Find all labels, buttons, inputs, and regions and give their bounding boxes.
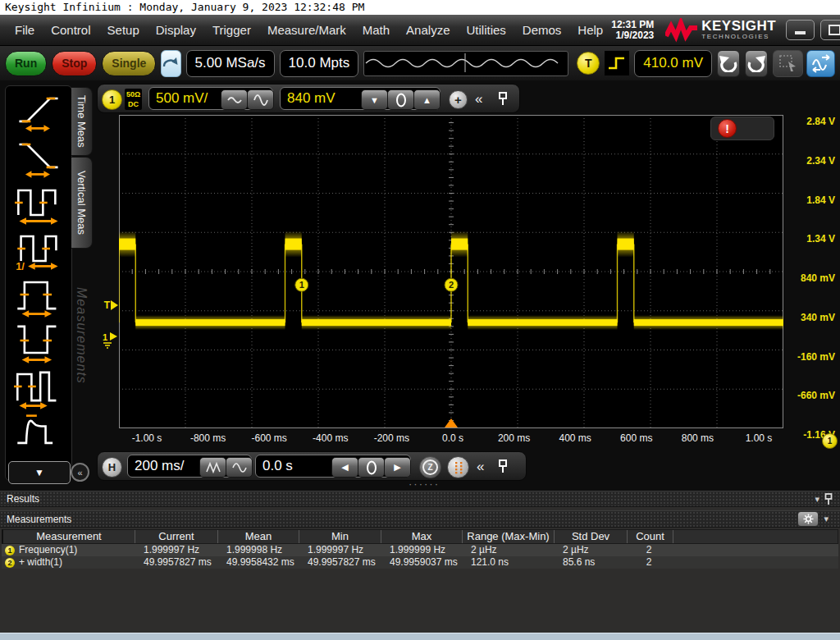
waveform-tools-button[interactable]: [806, 50, 835, 77]
menu-item[interactable]: Setup: [99, 23, 148, 37]
vertical-scale-increase-button[interactable]: [247, 89, 274, 110]
maximize-button[interactable]: [820, 20, 840, 40]
position-zero-button[interactable]: [358, 457, 385, 478]
column-header[interactable]: Max: [381, 530, 463, 543]
pin-icon[interactable]: [824, 493, 833, 505]
clock-date: 1/9/2023: [611, 30, 654, 41]
channel-1-edge-badge[interactable]: 1: [822, 433, 838, 449]
measurements-settings-button[interactable]: [797, 511, 819, 527]
column-header[interactable]: Measurement: [3, 530, 135, 543]
run-button[interactable]: Run: [5, 51, 47, 76]
menu-item[interactable]: File: [7, 23, 43, 37]
undo-button[interactable]: [717, 50, 740, 77]
pin-icon[interactable]: [498, 92, 508, 106]
trigger-badge[interactable]: T: [577, 52, 600, 75]
collapse-channel-bar-button[interactable]: «: [475, 92, 482, 106]
touch-mode-button[interactable]: [161, 50, 180, 77]
column-header[interactable]: Count: [628, 530, 673, 543]
menu-item[interactable]: Control: [43, 23, 98, 37]
zero-icon: [395, 93, 407, 107]
selection-cursor-icon: [778, 54, 798, 72]
panel-collapse-button[interactable]: «: [71, 463, 89, 482]
measurements-collapsed-label[interactable]: Measurements: [74, 287, 89, 384]
single-button[interactable]: Single: [102, 51, 156, 76]
panel-splitter-handle[interactable]: ······: [409, 481, 440, 487]
offset-up-button[interactable]: ▲: [413, 89, 441, 110]
zoom-button[interactable]: Z: [419, 456, 441, 478]
trigger-level-box[interactable]: 410.0 mV: [634, 50, 712, 77]
timebase-slower-button[interactable]: [226, 457, 253, 478]
duty-cycle-icon[interactable]: [14, 363, 63, 409]
menu-item[interactable]: Demos: [514, 23, 570, 37]
menu-item[interactable]: Help: [569, 23, 611, 37]
offset-zero-button[interactable]: [387, 89, 414, 110]
menu-item[interactable]: Trigger: [204, 23, 259, 37]
column-header[interactable]: Mean: [218, 530, 299, 543]
results-header[interactable]: Results ▾: [0, 491, 840, 507]
position-left-button[interactable]: ◀: [331, 457, 358, 478]
vertical-scale-field[interactable]: 500 mV/: [148, 87, 273, 110]
menu-item[interactable]: Measure/Mark: [259, 23, 354, 37]
fall-time-icon[interactable]: [14, 134, 63, 180]
pin-icon[interactable]: [498, 459, 508, 473]
acquisition-error-indicator[interactable]: !: [710, 117, 774, 140]
scope-display[interactable]: 12: [119, 115, 783, 428]
stop-button[interactable]: Stop: [52, 51, 97, 76]
timebase-faster-button[interactable]: [199, 457, 226, 478]
waveform-arrows-icon: [810, 53, 832, 73]
timebase-scale-field[interactable]: 200 ms/: [127, 455, 252, 478]
palette-scroll-down-button[interactable]: ▼: [8, 461, 71, 484]
time-axis-label: 0.0 s: [420, 432, 486, 445]
overshoot-icon[interactable]: [14, 409, 63, 455]
offset-down-button[interactable]: ▼: [361, 89, 388, 110]
period-icon[interactable]: [14, 180, 63, 226]
tab-time-meas[interactable]: Time Meas: [71, 87, 93, 156]
frequency-icon[interactable]: 1/: [14, 226, 63, 272]
sample-rate-box[interactable]: 5.00 MSa/s: [186, 50, 275, 77]
chevron-down-icon: ▼: [34, 467, 44, 478]
chevron-down-icon[interactable]: ▾: [815, 494, 819, 505]
measurement-row[interactable]: 2 + width(1) 49.9957827 ms 49.9958432 ms…: [2, 556, 838, 569]
trigger-time-marker[interactable]: [445, 418, 458, 427]
trigger-edge-button[interactable]: [605, 51, 629, 75]
vertical-scale-decrease-button[interactable]: [221, 89, 248, 110]
arrow-right-icon: ▶: [394, 462, 400, 473]
minimize-button[interactable]: [786, 20, 815, 40]
collapse-horizontal-bar-button[interactable]: «: [477, 459, 484, 473]
max-value: 49.9959037 ms: [380, 556, 461, 569]
svg-text:2: 2: [449, 280, 454, 290]
chevron-down-icon[interactable]: ▾: [824, 514, 829, 524]
horizontal-badge[interactable]: H: [102, 457, 122, 478]
column-header[interactable]: Std Dev: [555, 530, 628, 543]
column-header[interactable]: Min: [299, 530, 381, 543]
grid-intensity-button[interactable]: [447, 456, 469, 478]
trigger-level-marker[interactable]: T: [97, 299, 118, 312]
column-header[interactable]: Range (Max-Min): [463, 530, 555, 543]
results-title: Results: [7, 493, 39, 505]
channel-ground-reference-marker[interactable]: 1: [102, 329, 118, 352]
channel-coupling-label[interactable]: 50ΩDC: [125, 89, 142, 110]
rise-time-icon[interactable]: [14, 88, 63, 134]
pulse-width-negative-icon[interactable]: [14, 318, 63, 363]
measurements-pane-header[interactable]: Measurements ▾: [0, 510, 840, 528]
timebase-position-field[interactable]: 0.0 s ◀ ▶: [255, 455, 411, 478]
memory-depth-box[interactable]: 10.0 Mpts: [280, 50, 359, 77]
menu-item[interactable]: Display: [148, 23, 204, 37]
chevrons-left-icon: «: [77, 468, 82, 478]
pulse-width-positive-icon[interactable]: [14, 272, 63, 318]
column-header[interactable]: Current: [135, 530, 218, 543]
menu-item[interactable]: Utilities: [458, 23, 514, 37]
menu-item[interactable]: Math: [354, 23, 398, 37]
tab-vertical-meas[interactable]: Vertical Meas: [71, 157, 93, 249]
menu-item[interactable]: Analyze: [398, 23, 458, 37]
acquisition-preview[interactable]: [363, 51, 568, 76]
add-channel-button[interactable]: +: [449, 90, 468, 109]
vertical-offset-field[interactable]: 840 mV ▼ ▲: [280, 87, 441, 110]
position-right-button[interactable]: ▶: [384, 457, 411, 478]
channel-1-badge[interactable]: 1: [102, 89, 122, 110]
results-panel: Results ▾ Measurements ▾ MeasurementCu: [0, 491, 840, 633]
measurement-row[interactable]: 1 Frequency(1) 1.999997 Hz 1.999998 Hz 1…: [2, 544, 838, 556]
redo-button[interactable]: [745, 50, 768, 77]
window-controls: ✕: [786, 20, 840, 40]
region-select-button[interactable]: [773, 50, 803, 77]
